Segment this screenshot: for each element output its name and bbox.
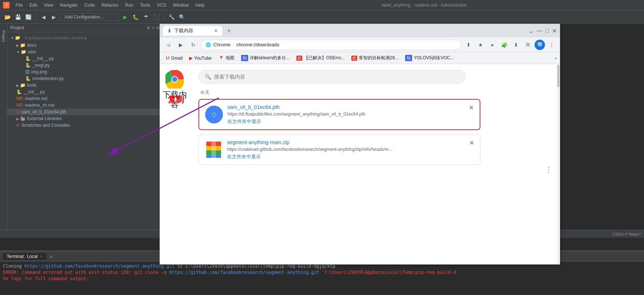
tree-item-img[interactable]: 🖼 img.png — [7, 69, 163, 75]
bookmark-sklearn[interactable]: 知 详解sklearn的多分... — [238, 53, 293, 63]
ide-menu: File Edit View Navigate Code Refactor Ru… — [13, 2, 207, 9]
menu-refactor[interactable]: Refactor — [99, 2, 121, 9]
terminal-add-tab[interactable]: + — [49, 253, 52, 259]
bookmark-gmail[interactable]: M Gmail — [163, 54, 185, 62]
config-selector[interactable]: Add Configuration... — [60, 13, 119, 21]
window-maximize-btn[interactable]: □ — [545, 27, 549, 34]
zip-download-close[interactable]: ✕ — [469, 139, 474, 146]
browser-window: ⬇ 下载内容 ✕ + ⌄ — □ ✕ ◀ ▶ ↻ 🌐 Chrome | chro… — [160, 24, 560, 265]
file-tree-header: Project ⊕ ≡ ⚙ — [7, 24, 163, 32]
terminal-tab-close[interactable]: ✕ — [40, 254, 43, 258]
menu-navigate[interactable]: Navigate — [57, 2, 80, 9]
tree-item-sam[interactable]: ▼ 📁 sam — [7, 49, 163, 55]
downloads-main: 🔍 今天 ⬡ sam_vit_b_01ec64.pth ht — [190, 64, 557, 264]
reload-btn[interactable]: ↻ — [188, 40, 198, 50]
stop-btn[interactable]: ⬛ — [152, 13, 161, 21]
pth-show-folder[interactable]: 在文件夹中显示 — [227, 118, 464, 125]
tree-item-wsgi[interactable]: 🐍 _wsgi.py — [7, 62, 163, 69]
tools-icon[interactable]: 🔧 — [167, 13, 176, 21]
chrome-globe-icon: 🌐 — [206, 42, 211, 47]
bookmark-detection[interactable]: C 客智的目标检测28... — [348, 53, 401, 63]
menu-tools[interactable]: Tools — [137, 2, 153, 9]
menu-window[interactable]: Window — [170, 2, 192, 9]
init-root-label: __init__.py — [23, 89, 45, 95]
more-options-btn[interactable]: ⋮ — [545, 165, 552, 174]
bookmark-btn[interactable]: ★ — [475, 40, 486, 50]
tree-item-readme-zh[interactable]: MD readme_zh.md — [7, 102, 163, 109]
oserror-icon: C — [296, 56, 302, 61]
menu-edit[interactable]: Edit — [26, 2, 40, 9]
minimize-chevron[interactable]: ⌄ — [529, 27, 533, 34]
search-btn[interactable]: 🔍 — [177, 13, 186, 21]
forward-btn[interactable]: ▶ — [175, 40, 186, 50]
coverage-btn[interactable]: ☂ — [141, 13, 150, 21]
tree-root[interactable]: ▼ 📁 D:\playground-main\label_anything — [7, 34, 163, 42]
sync-btn[interactable]: 🔄 — [24, 13, 33, 21]
zip-filename[interactable]: segment-anything-main.zip — [227, 139, 465, 145]
menu-dots-btn[interactable]: ⋮ — [546, 40, 557, 50]
tree-item-scratches[interactable]: ✏ Scratches and Consoles — [7, 122, 163, 129]
browser-scrollbar[interactable] — [557, 64, 560, 264]
tab-title: 下载内容 — [174, 27, 193, 34]
menu-file[interactable]: File — [13, 2, 26, 9]
window-minimize-btn[interactable]: — — [536, 27, 542, 34]
debug-btn[interactable]: 🐛 — [131, 13, 140, 21]
new-tab-btn[interactable]: + — [224, 26, 234, 36]
window-close-btn[interactable]: ✕ — [552, 27, 557, 34]
terminal-tab-label: Terminal: — [7, 254, 25, 259]
active-tab[interactable]: ⬇ 下载内容 ✕ — [163, 26, 222, 36]
menu-view[interactable]: View — [41, 2, 56, 9]
chrome-logo-svg — [165, 70, 184, 89]
tree-item-pth[interactable]: ⬡ sam_vit_b_01ec64.pth — [7, 109, 163, 115]
tree-item-ext-libs[interactable]: ▶ 📚 External Libraries — [7, 115, 163, 122]
extensions-btn[interactable]: 🧩 — [499, 40, 509, 50]
profile-btn[interactable]: 明 — [535, 40, 545, 50]
init-label: __init__.py — [32, 56, 54, 61]
collapse-icon[interactable]: ≡ — [152, 25, 154, 30]
terminal-tab-active[interactable]: Terminal: Local ✕ — [3, 253, 46, 260]
forward-btn[interactable]: ▶ — [49, 13, 58, 21]
new-file-icon[interactable]: ⊕ — [147, 25, 150, 30]
tree-item-init[interactable]: 🐍 __init__.py — [7, 55, 163, 62]
bookmarks-more[interactable]: » — [555, 56, 557, 60]
address-bar[interactable]: 🌐 Chrome | chrome://downloads — [201, 40, 461, 50]
bookmark-map[interactable]: 📍 地图 — [216, 53, 237, 63]
docs-arrow: ▶ — [16, 43, 19, 47]
share-btn[interactable]: ⬆ — [463, 40, 474, 50]
menu-vcs[interactable]: VCS — [154, 2, 169, 9]
zip-show-folder[interactable]: 在文件夹中显示 — [227, 153, 465, 160]
split-btn[interactable]: ⧉ — [523, 40, 533, 50]
back-btn[interactable]: ◀ — [39, 13, 48, 21]
pth-download-close[interactable]: ✕ — [469, 104, 474, 111]
tools-label: tools — [27, 83, 36, 88]
bookmark-yolov5[interactable]: 知 YOLOV5训练VOC... — [402, 53, 457, 63]
project-panel-btn[interactable]: Project — [1, 25, 7, 47]
ide-titlebar: J File Edit View Navigate Code Refactor … — [0, 0, 644, 10]
tree-item-init-root[interactable]: 🐍 __init__.py — [7, 89, 163, 95]
gmail-icon: M — [166, 56, 170, 61]
tab-close-btn[interactable]: ✕ — [214, 28, 218, 33]
menu-code[interactable]: Code — [81, 2, 98, 9]
bookmark-youtube[interactable]: ▶ YouTube — [186, 54, 214, 62]
terminal-clone-url[interactable]: https://github.com/facebookresearch/segm… — [24, 263, 175, 269]
back-btn[interactable]: ◀ — [163, 40, 173, 50]
menu-help[interactable]: Help — [193, 2, 208, 9]
search-input[interactable] — [214, 74, 459, 80]
scratches-label: Scratches and Consoles — [22, 123, 70, 128]
tree-item-tools[interactable]: ▶ 📁 tools — [7, 82, 163, 89]
menu-run[interactable]: Run — [122, 2, 136, 9]
open-folder-btn[interactable]: 📂 — [3, 13, 12, 21]
save-btn[interactable]: 💾 — [13, 13, 22, 21]
yolov5-icon: 知 — [405, 55, 412, 61]
bookmark-oserror[interactable]: C 【已解决】OSErro... — [293, 53, 348, 63]
tree-item-docs[interactable]: ▶ 📁 docs — [7, 42, 163, 49]
run-btn[interactable]: ▶ — [121, 13, 129, 21]
readme-zh-file-icon: MD — [16, 103, 23, 108]
download-icon-btn[interactable]: ⬇ — [511, 40, 521, 50]
downloads-search-bar[interactable]: 🔍 — [198, 70, 466, 83]
terminal-error-url[interactable]: https://github.com/facebookresearch/segm… — [169, 270, 319, 275]
chrome-color-btn[interactable]: ● — [487, 40, 497, 50]
tree-item-mmdetection[interactable]: 🐍 mmdetection.py — [7, 75, 163, 82]
tree-item-readme[interactable]: MD readme.md — [7, 95, 163, 102]
pth-filename[interactable]: sam_vit_b_01ec64.pth — [227, 104, 464, 110]
